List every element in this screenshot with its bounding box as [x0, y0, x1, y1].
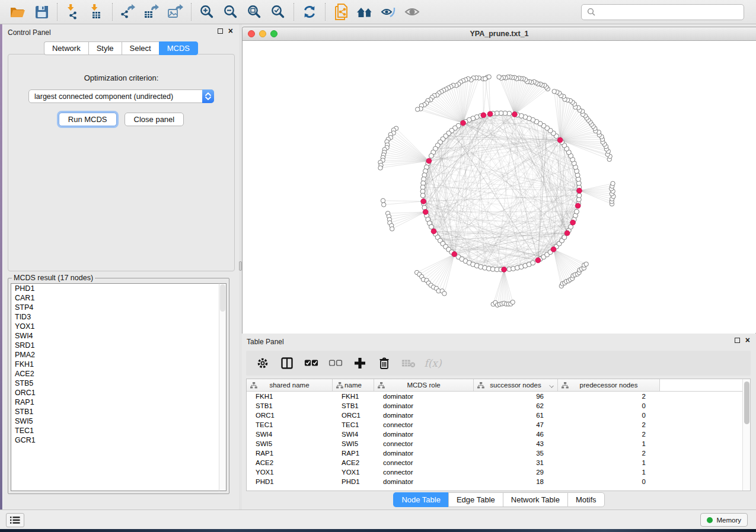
close-table-panel-icon[interactable]: ×: [745, 337, 750, 344]
network-graph[interactable]: [243, 41, 755, 334]
memory-button[interactable]: Memory: [700, 513, 748, 527]
mcds-result-item[interactable]: PHD1: [11, 284, 219, 293]
mcds-result-item[interactable]: SWI4: [11, 331, 219, 341]
task-history-button[interactable]: [6, 513, 24, 527]
cell-successor-nodes: 43: [474, 439, 558, 448]
optimization-criterion-label: Optimization criterion:: [8, 73, 234, 82]
main-toolbar: [0, 0, 756, 24]
table-row-FKH1[interactable]: FKH1FKH1dominator962: [247, 392, 750, 401]
table-panel-tabs: Node TableEdge TableNetwork TableMotifs: [242, 492, 756, 507]
tab-node-table[interactable]: Node Table: [393, 492, 448, 507]
mcds-result-item[interactable]: SWI5: [11, 416, 219, 426]
table-row-SWI4[interactable]: SWI4SWI4dominator462: [247, 430, 750, 439]
network-window-titlebar[interactable]: YPA_prune.txt_1: [243, 27, 756, 41]
column-header-shared-name[interactable]: shared name: [247, 379, 333, 391]
table-row-SWI5[interactable]: SWI5SWI5connector431: [247, 439, 750, 448]
zoom-out-icon[interactable]: [222, 3, 240, 21]
import-network-from-file-icon[interactable]: [64, 3, 82, 21]
mcds-result-item[interactable]: ACE2: [11, 369, 219, 379]
cell-shared-name: STB1: [247, 401, 333, 411]
close-panel-icon[interactable]: ×: [228, 28, 233, 34]
tab-network[interactable]: Network: [44, 41, 88, 55]
zoom-selected-icon[interactable]: [269, 3, 287, 21]
column-type-icon: [378, 382, 385, 389]
open-file-icon[interactable]: [9, 3, 27, 21]
table-row-ORC1[interactable]: ORC1ORC1dominator610: [247, 411, 750, 420]
criterion-select[interactable]: largest connected component (undirected): [28, 89, 214, 103]
mcds-list-scrollbar[interactable]: [219, 283, 227, 491]
cell-name: ACE2: [333, 458, 374, 467]
mcds-result-item[interactable]: FKH1: [11, 360, 219, 369]
hide-selected-icon[interactable]: [379, 3, 397, 21]
cell-predecessor-nodes: 2: [558, 448, 660, 458]
mcds-result-item[interactable]: SRD1: [11, 341, 219, 350]
tab-style[interactable]: Style: [88, 41, 122, 55]
export-network-icon[interactable]: [119, 3, 137, 21]
table-row-ACE2[interactable]: ACE2ACE2connector311: [247, 458, 750, 467]
table-row-YOX1[interactable]: YOX1YOX1connector291: [247, 467, 750, 477]
zoom-in-icon[interactable]: [198, 3, 216, 21]
refresh-icon[interactable]: [301, 3, 318, 21]
mcds-result-item[interactable]: TEC1: [11, 426, 219, 435]
control-panel-title: Control Panel: [8, 28, 51, 37]
cell-successor-nodes: 47: [474, 420, 558, 430]
mcds-result-item[interactable]: STB5: [11, 379, 219, 388]
mcds-result-item[interactable]: YOX1: [11, 322, 219, 331]
zoom-fit-icon[interactable]: [245, 3, 263, 21]
cell-name: SWI5: [333, 439, 374, 448]
select-all-icon[interactable]: [304, 356, 318, 370]
export-image-icon[interactable]: [167, 3, 184, 21]
window-close-icon[interactable]: [248, 30, 255, 37]
show-columns-icon[interactable]: [280, 356, 294, 370]
close-panel-button[interactable]: Close panel: [125, 113, 184, 126]
import-table-from-file-icon[interactable]: [88, 3, 106, 21]
search-input[interactable]: [598, 5, 744, 20]
control-panel: Control Panel × NetworkStyleSelectMCDS O…: [2, 24, 239, 510]
task-list-icon: [10, 516, 20, 524]
table-row-RAP1[interactable]: RAP1RAP1dominator352: [247, 448, 750, 458]
cell-MCDS-role: dominator: [374, 477, 474, 486]
show-all-icon[interactable]: [403, 3, 421, 21]
column-header-MCDS-role[interactable]: MCDS role: [374, 379, 474, 391]
table-row-STB1[interactable]: STB1STB1dominator620: [247, 401, 750, 411]
mcds-result-item[interactable]: RAP1: [11, 398, 219, 407]
float-table-panel-icon[interactable]: [735, 338, 740, 343]
column-type-icon: [336, 382, 343, 389]
mcds-result-item[interactable]: STB1: [11, 407, 219, 416]
network-view-window: YPA_prune.txt_1: [242, 27, 756, 334]
first-neighbors-icon[interactable]: [356, 3, 374, 21]
cell-MCDS-role: connector: [374, 458, 474, 467]
column-header-successor-nodes[interactable]: successor nodes: [474, 379, 558, 391]
float-panel-icon[interactable]: [218, 28, 223, 34]
window-minimize-icon[interactable]: [259, 30, 266, 37]
mcds-result-item[interactable]: PMA2: [11, 350, 219, 360]
mcds-result-item[interactable]: TID3: [11, 312, 219, 322]
window-maximize-icon[interactable]: [270, 30, 277, 37]
add-icon[interactable]: [353, 356, 367, 370]
mcds-result-item[interactable]: ORC1: [11, 388, 219, 398]
cell-MCDS-role: connector: [374, 420, 474, 430]
network-canvas[interactable]: [243, 41, 755, 334]
tab-edge-table[interactable]: Edge Table: [448, 492, 503, 507]
column-header-predecessor-nodes[interactable]: predecessor nodes: [558, 379, 660, 391]
mcds-result-item[interactable]: GCR1: [11, 435, 219, 445]
tab-select[interactable]: Select: [122, 41, 159, 55]
table-scrollbar[interactable]: [742, 379, 750, 491]
delete-icon[interactable]: [377, 356, 391, 370]
tab-motifs[interactable]: Motifs: [567, 492, 605, 507]
cell-predecessor-nodes: 0: [558, 411, 660, 420]
cell-name: ORC1: [333, 411, 374, 420]
table-row-PHD1[interactable]: PHD1PHD1dominator180: [247, 477, 750, 486]
table-row-TEC1[interactable]: TEC1TEC1connector472: [247, 420, 750, 430]
table-settings-icon[interactable]: [256, 356, 270, 370]
mcds-result-item[interactable]: STP4: [11, 303, 219, 312]
save-session-icon[interactable]: [33, 3, 50, 21]
run-mcds-button[interactable]: Run MCDS: [59, 113, 117, 126]
export-table-icon[interactable]: [143, 3, 161, 21]
column-header-name[interactable]: name: [333, 379, 374, 391]
deselect-all-icon[interactable]: [328, 356, 343, 370]
mcds-result-item[interactable]: CAR1: [11, 293, 219, 303]
tab-mcds[interactable]: MCDS: [159, 41, 198, 55]
tab-network-table[interactable]: Network Table: [503, 492, 567, 507]
new-network-from-selection-icon[interactable]: [332, 3, 350, 21]
